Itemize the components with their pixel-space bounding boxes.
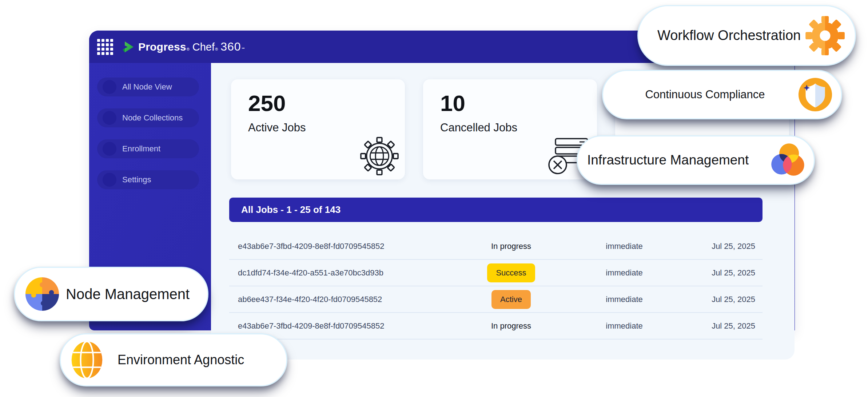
- job-id: e43ab6e7-3fbd-4209-8e8f-fd0709545852: [229, 242, 484, 251]
- sidebar-item-settings[interactable]: Settings: [97, 170, 199, 189]
- progress-chef-360-logo: Progress®Chef®360℠: [122, 40, 246, 53]
- jobs-header-bar: All Jobs - 1 - 25 of 143: [229, 198, 763, 222]
- cancelled-jobs-count: 10: [440, 90, 597, 116]
- job-schedule: immediate: [538, 295, 710, 304]
- status-text: In progress: [491, 242, 531, 251]
- gear-icon: [805, 15, 845, 56]
- sidebar-item-enrollment[interactable]: Enrollment: [97, 139, 199, 158]
- sidebar-item-label: Node Collections: [122, 113, 183, 123]
- table-row[interactable]: e43ab6e7-3fbd-4209-8e8f-fd0709545852 In …: [229, 313, 763, 340]
- callout-label: Infrastructure Management: [587, 152, 769, 168]
- callout-label: Node Management: [66, 286, 190, 302]
- stat-card-active-jobs: 250 Active Jobs: [231, 79, 405, 179]
- job-schedule: immediate: [538, 321, 710, 331]
- job-id: ab6ee437-f34e-4f20-4f20-fd0709545852: [229, 295, 484, 304]
- stat-card-cancelled-jobs: 10 Cancelled Jobs: [423, 79, 597, 179]
- job-date: Jul 25, 2025: [710, 242, 763, 251]
- job-date: Jul 25, 2025: [710, 321, 763, 331]
- puzzle-icon: [24, 276, 60, 312]
- sidebar-item-label: Settings: [122, 175, 151, 184]
- shield-icon: [797, 77, 833, 112]
- status-badge-active: Active: [491, 290, 531, 309]
- job-date: Jul 25, 2025: [710, 295, 763, 304]
- globe-icon: [70, 340, 104, 380]
- jobs-header-text: All Jobs - 1 - 25 of 143: [241, 204, 341, 215]
- callout-label: Continuous Compliance: [613, 88, 797, 101]
- app-switcher-icon[interactable]: [97, 39, 113, 55]
- callout-infrastructure-management: Infrastructure Management: [577, 135, 815, 185]
- job-id: dc1dfd74-f34e-4f20-a551-a3e70bc3d93b: [229, 268, 484, 278]
- active-jobs-label: Active Jobs: [248, 121, 405, 134]
- callout-environment-agnostic: Environment Agnostic: [60, 333, 287, 386]
- sidebar-item-label: Enrollment: [122, 144, 160, 154]
- status-badge-success: Success: [487, 263, 535, 282]
- progress-logo-icon: [122, 41, 135, 53]
- brand-chef: Chef: [192, 41, 215, 53]
- jobs-table: e43ab6e7-3fbd-4209-8e8f-fd0709545852 In …: [229, 233, 763, 340]
- job-id: e43ab6e7-3fbd-4209-8e8f-fd0709545852: [229, 321, 484, 331]
- sidebar-item-all-node-view[interactable]: All Node View: [97, 78, 199, 96]
- globe-gear-icon: [360, 136, 399, 176]
- sidebar-item-label: All Node View: [122, 82, 172, 92]
- table-row[interactable]: dc1dfd74-f34e-4f20-a551-a3e70bc3d93b Suc…: [229, 260, 763, 286]
- callout-continuous-compliance: Continuous Compliance: [602, 70, 842, 119]
- status-text: In progress: [491, 321, 531, 330]
- callout-label: Environment Agnostic: [118, 352, 244, 368]
- nav-bullet-icon: [103, 142, 116, 156]
- nav-bullet-icon: [103, 80, 116, 94]
- active-jobs-count: 250: [248, 90, 405, 116]
- sidebar-item-node-collections[interactable]: Node Collections: [97, 108, 199, 127]
- job-date: Jul 25, 2025: [710, 268, 763, 278]
- job-schedule: immediate: [538, 268, 710, 278]
- nav-bullet-icon: [103, 173, 116, 187]
- venn-icon: [769, 141, 807, 179]
- nav-bullet-icon: [103, 111, 116, 125]
- table-row[interactable]: e43ab6e7-3fbd-4209-8e8f-fd0709545852 In …: [229, 233, 763, 260]
- cancelled-jobs-label: Cancelled Jobs: [440, 121, 597, 134]
- callout-node-management: Node Management: [14, 267, 208, 321]
- callout-label: Workflow Orchestration: [657, 28, 805, 43]
- callout-workflow-orchestration: Workflow Orchestration: [637, 5, 856, 66]
- brand-progress: Progress: [138, 41, 186, 53]
- job-schedule: immediate: [538, 242, 710, 251]
- page: Progress®Chef®360℠ All Node View Node Co…: [0, 0, 868, 397]
- table-row[interactable]: ab6ee437-f34e-4f20-4f20-fd0709545852 Act…: [229, 286, 763, 313]
- brand-360: 360: [220, 40, 241, 53]
